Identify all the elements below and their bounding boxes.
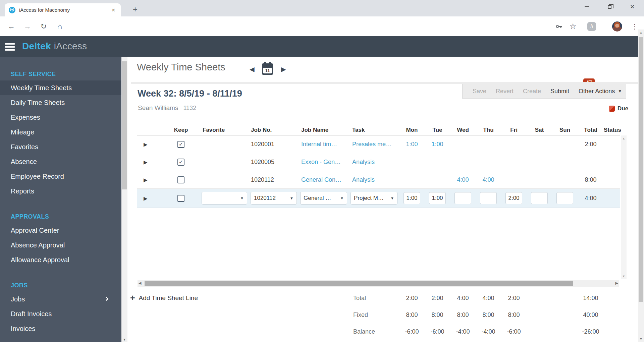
keep-checkbox[interactable]: [177, 141, 184, 148]
summary-total-value: 40:00: [578, 311, 604, 319]
keep-checkbox[interactable]: [177, 195, 184, 202]
job-name-link[interactable]: Exxon - Gen…: [301, 159, 341, 165]
browser-toolbar: ← → ↻ ⌂ iacs54mac.deltek.com/workspace/W…: [0, 16, 644, 36]
previous-week-icon[interactable]: ◀: [250, 65, 255, 73]
new-tab-icon[interactable]: +: [133, 5, 138, 14]
day-value-link[interactable]: 4:00: [457, 176, 469, 183]
sidebar-item-invoices[interactable]: Invoices: [0, 321, 121, 336]
scroll-right-icon[interactable]: ▶: [615, 281, 618, 285]
sidebar-scrollbar-thumb[interactable]: [122, 61, 127, 189]
sidebar-item-weekly-time-sheets[interactable]: Weekly Time Sheets: [0, 80, 121, 95]
horizontal-scrollbar[interactable]: ◀ ▶: [138, 280, 619, 287]
col-task: Task: [349, 127, 399, 133]
calendar-icon[interactable]: 11: [262, 63, 273, 75]
chevron-down-icon: ▼: [240, 196, 244, 200]
table-row: ▶ 1020112 General Con… Analysis 4:00 4:0…: [137, 171, 620, 189]
table-scroll-down-icon[interactable]: ▼: [621, 275, 627, 278]
table-row: ▶ 1020005 Exxon - Gen… Analysis: [137, 153, 620, 171]
browser-extension-icon[interactable]: h: [586, 16, 598, 36]
table-scrollbar[interactable]: ▲ ▼: [621, 135, 627, 279]
row-expander-icon[interactable]: ▶: [137, 159, 148, 165]
row-expander-icon[interactable]: ▶: [137, 141, 148, 147]
sidebar-item-daily-time-sheets[interactable]: Daily Time Sheets: [0, 95, 121, 110]
bookmark-star-icon[interactable]: ☆: [567, 16, 579, 36]
fri-hours-input[interactable]: [505, 192, 522, 204]
window-close-icon[interactable]: ✕: [625, 0, 640, 13]
row-expander-icon[interactable]: ▶: [137, 195, 148, 201]
hamburger-menu-icon[interactable]: [5, 43, 15, 52]
day-value-link[interactable]: 4:00: [482, 176, 494, 183]
screen: iAccess for Maconomy ✕ + ✕ ← → ↻ ⌂ iacs5…: [0, 0, 644, 342]
thu-hours-input[interactable]: [480, 192, 497, 204]
submit-button[interactable]: Submit: [546, 88, 574, 95]
task-link[interactable]: Analysis: [352, 176, 375, 183]
job-name-link[interactable]: General Con…: [301, 176, 341, 183]
browser-tab-strip: iAccess for Maconomy ✕ + ✕: [0, 0, 644, 16]
back-icon[interactable]: ←: [5, 16, 18, 36]
forward-icon[interactable]: →: [21, 16, 34, 36]
password-key-icon[interactable]: [553, 16, 565, 36]
next-week-icon[interactable]: ▶: [281, 65, 286, 73]
due-badge-icon: [609, 106, 615, 112]
plus-icon: +: [130, 294, 135, 302]
mon-hours-input[interactable]: [404, 192, 420, 204]
window-restore-icon[interactable]: [602, 0, 617, 13]
profile-avatar[interactable]: [610, 16, 624, 36]
sidebar-scrollbar[interactable]: ▼: [121, 57, 127, 342]
home-icon[interactable]: ⌂: [53, 16, 66, 36]
summary-total-value: 14:00: [578, 295, 604, 302]
sidebar-item-absence-approval[interactable]: Absence Approval: [0, 238, 121, 252]
sidebar-item-jobs[interactable]: Jobs: [0, 292, 121, 306]
keep-checkbox[interactable]: [177, 159, 184, 166]
reload-icon[interactable]: ↻: [37, 16, 50, 36]
sidebar-item-draft-invoices[interactable]: Draft Invoices: [0, 306, 121, 321]
keep-checkbox[interactable]: [177, 176, 184, 183]
horizontal-scrollbar-thumb[interactable]: [145, 281, 573, 286]
day-value-link[interactable]: 1:00: [406, 141, 418, 148]
browser-tab[interactable]: iAccess for Maconomy ✕: [5, 3, 121, 16]
row-expander-icon[interactable]: ▶: [137, 177, 148, 183]
sidebar-item-expenses[interactable]: Expenses: [0, 110, 121, 125]
tue-hours-input[interactable]: [429, 192, 446, 204]
window-scroll-down-icon[interactable]: ▼: [638, 337, 644, 341]
sun-hours-input[interactable]: [556, 192, 573, 204]
tab-title: iAccess for Maconomy: [19, 7, 110, 13]
sidebar-item-reports[interactable]: Reports: [0, 184, 121, 198]
sidebar-item-mileage[interactable]: Mileage: [0, 125, 121, 139]
table-scroll-up-icon[interactable]: ▲: [621, 137, 627, 140]
sidebar-item-employee-record[interactable]: Employee Record: [0, 169, 121, 184]
sidebar-item-absence[interactable]: Absence: [0, 154, 121, 169]
sidebar-item-favorites[interactable]: Favorites: [0, 139, 121, 154]
save-button[interactable]: Save: [468, 88, 491, 95]
task-select[interactable]: Project M…▼: [351, 192, 397, 205]
tab-close-icon[interactable]: ✕: [110, 7, 117, 13]
col-job-no: Job No.: [249, 127, 299, 133]
sidebar-section-jobs: JOBS: [0, 267, 121, 292]
wed-hours-input[interactable]: [454, 192, 471, 204]
sidebar-item-approval-center[interactable]: Approval Center: [0, 223, 121, 238]
chevron-down-icon: ▼: [618, 89, 622, 94]
window-scrollbar-thumb[interactable]: [639, 37, 643, 302]
job-name-link[interactable]: Internal tim…: [301, 141, 337, 148]
scroll-left-icon[interactable]: ◀: [139, 281, 141, 285]
sidebar-scroll-down-icon[interactable]: ▼: [121, 338, 127, 341]
revert-button[interactable]: Revert: [491, 88, 518, 95]
window-minimize-icon[interactable]: [579, 0, 594, 13]
task-link[interactable]: Presales me…: [352, 141, 392, 148]
job-name-select[interactable]: General …▼: [300, 192, 347, 205]
favorite-select[interactable]: ▼: [202, 192, 247, 205]
sat-hours-input[interactable]: [531, 192, 548, 204]
row-total: 2:00: [578, 141, 604, 148]
day-value-link[interactable]: 1:00: [431, 141, 443, 148]
task-link[interactable]: Analysis: [352, 159, 375, 165]
window-scroll-up-icon[interactable]: ▲: [638, 31, 644, 34]
sidebar-item-allowance-approval[interactable]: Allowance Approval: [0, 252, 121, 267]
window-scrollbar[interactable]: ▲ ▼: [638, 30, 644, 342]
other-actions-button[interactable]: Other Actions ▼: [574, 88, 622, 95]
create-button[interactable]: Create: [518, 88, 546, 95]
job-no-select[interactable]: 1020112▼: [251, 192, 297, 205]
due-status: Due: [609, 105, 628, 112]
col-keep: Keep: [162, 127, 200, 133]
app-logo: Deltek iAccess: [22, 41, 87, 52]
brand-deltek: Deltek: [22, 41, 51, 52]
